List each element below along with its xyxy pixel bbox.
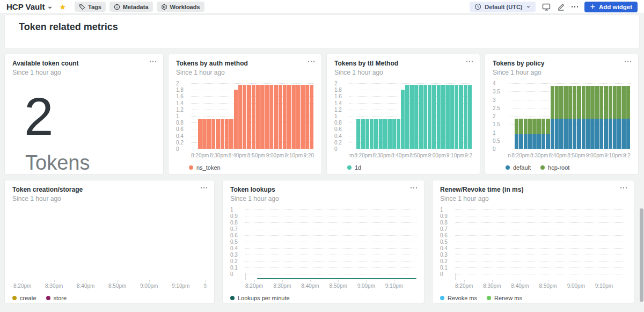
bar[interactable]: [532, 83, 536, 149]
legend-item-store[interactable]: store: [46, 295, 67, 301]
bar[interactable]: [225, 83, 229, 149]
bar[interactable]: [515, 83, 518, 149]
dashboard-title-menu[interactable]: HCP Vault: [6, 2, 53, 11]
add-widget-button[interactable]: Add widget: [584, 2, 638, 12]
bar[interactable]: [279, 83, 282, 149]
bar[interactable]: [310, 83, 313, 149]
bar[interactable]: [551, 83, 554, 149]
bar[interactable]: [379, 83, 383, 149]
bar[interactable]: [564, 83, 567, 149]
widget-menu-button[interactable]: [620, 187, 627, 188]
legend-item-revoke-ms[interactable]: Revoke ms: [440, 295, 477, 301]
bar[interactable]: [301, 83, 304, 149]
bar[interactable]: [247, 83, 251, 149]
bar[interactable]: [234, 83, 238, 149]
bar[interactable]: [582, 83, 586, 149]
favorite-star-icon[interactable]: ★: [59, 3, 66, 11]
bar[interactable]: [590, 83, 594, 149]
bar[interactable]: [455, 83, 458, 149]
legend-item-ns-token[interactable]: ns_token: [189, 164, 221, 171]
bar[interactable]: [387, 83, 391, 149]
bar[interactable]: [397, 83, 400, 149]
vertical-scrollbar-thumb[interactable]: [640, 208, 643, 302]
bar[interactable]: [546, 83, 550, 149]
widget-menu-button[interactable]: [625, 61, 632, 62]
bar[interactable]: [361, 83, 364, 149]
bar[interactable]: [428, 83, 431, 149]
legend-item-hcp-root[interactable]: hcp-root: [540, 164, 569, 171]
tags-button[interactable]: Tags: [75, 2, 106, 12]
widget-menu-button[interactable]: [308, 61, 315, 62]
bar[interactable]: [374, 83, 378, 149]
bar[interactable]: [414, 83, 418, 149]
widget-menu-button[interactable]: [411, 187, 418, 188]
bar[interactable]: [252, 83, 255, 149]
bar[interactable]: [524, 83, 528, 149]
metadata-button[interactable]: Metadata: [109, 2, 153, 12]
bar[interactable]: [305, 83, 309, 149]
bar[interactable]: [238, 83, 242, 149]
bar[interactable]: [265, 83, 269, 149]
bar[interactable]: [622, 83, 626, 149]
more-actions-button[interactable]: [572, 6, 579, 8]
legend-item-renew-ms[interactable]: Renew ms: [487, 295, 522, 301]
bar[interactable]: [198, 83, 202, 149]
bar[interactable]: [609, 83, 612, 149]
tv-mode-button[interactable]: [542, 3, 551, 11]
bar[interactable]: [410, 83, 414, 149]
bar[interactable]: [459, 83, 463, 149]
bar[interactable]: [419, 83, 422, 149]
bar[interactable]: [274, 83, 277, 149]
bar[interactable]: [613, 83, 617, 149]
legend-item-create[interactable]: create: [12, 295, 36, 301]
legend-item-1d[interactable]: 1d: [347, 164, 361, 171]
bar[interactable]: [437, 83, 441, 149]
bar[interactable]: [243, 83, 246, 149]
edit-dashboard-button[interactable]: [557, 3, 565, 11]
bar[interactable]: [296, 83, 300, 149]
bar[interactable]: [555, 83, 559, 149]
bar[interactable]: [211, 83, 215, 149]
bar[interactable]: [432, 83, 436, 149]
bar[interactable]: [356, 83, 360, 149]
bar[interactable]: [599, 83, 603, 149]
bar[interactable]: [260, 83, 264, 149]
bar[interactable]: [221, 83, 224, 149]
bar[interactable]: [528, 83, 532, 149]
bar[interactable]: [468, 83, 472, 149]
bar[interactable]: [617, 83, 621, 149]
bar[interactable]: [445, 83, 449, 149]
widget-menu-button[interactable]: [150, 61, 157, 62]
widget-menu-button[interactable]: [466, 61, 473, 62]
bar[interactable]: [604, 83, 608, 149]
bar[interactable]: [450, 83, 454, 149]
bar[interactable]: [541, 83, 545, 149]
bar[interactable]: [423, 83, 427, 149]
bar[interactable]: [401, 83, 405, 149]
time-range-picker[interactable]: Default (UTC): [470, 2, 535, 12]
bar[interactable]: [559, 83, 563, 149]
bar[interactable]: [586, 83, 590, 149]
bar[interactable]: [229, 83, 233, 149]
bar[interactable]: [519, 83, 523, 149]
bar[interactable]: [573, 83, 576, 149]
workloads-button[interactable]: Workloads: [157, 2, 204, 12]
bar[interactable]: [202, 83, 206, 149]
bar[interactable]: [392, 83, 396, 149]
legend-item-default[interactable]: default: [506, 164, 531, 171]
bar[interactable]: [595, 83, 599, 149]
bar[interactable]: [283, 83, 287, 149]
bar[interactable]: [216, 83, 219, 149]
bar[interactable]: [365, 83, 369, 149]
bar[interactable]: [292, 83, 296, 149]
bar[interactable]: [441, 83, 445, 149]
bar[interactable]: [405, 83, 409, 149]
bar[interactable]: [269, 83, 273, 149]
bar[interactable]: [383, 83, 387, 149]
widget-menu-button[interactable]: [201, 187, 208, 188]
bar[interactable]: [370, 83, 374, 149]
legend-item-lookups-per-minute[interactable]: Lookups per minute: [230, 295, 290, 301]
bar[interactable]: [577, 83, 581, 149]
bar[interactable]: [626, 83, 630, 149]
bar[interactable]: [287, 83, 291, 149]
